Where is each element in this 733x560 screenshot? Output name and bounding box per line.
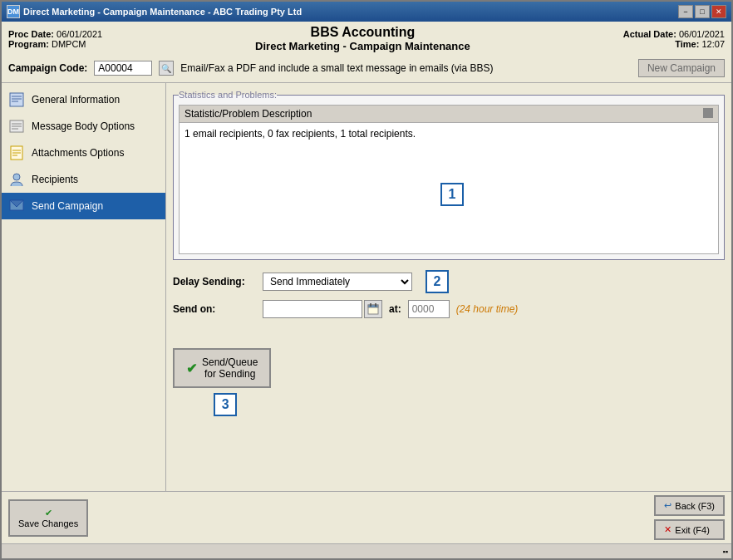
exit-label: Exit (F4) [675,525,710,535]
recipients-icon [8,171,25,188]
main-area: General Information Message Body Options [2,83,731,491]
app-subtitle: Direct Marketing - Campaign Maintenance [102,40,623,52]
badge-3-area: 3 [207,393,237,416]
sidebar-item-label-general: General Information [32,94,120,106]
save-changes-label: Save Changes [18,518,78,528]
title-bar-controls: − □ ✕ [678,5,726,18]
sidebar-item-attachments-options[interactable]: Attachments Options [2,140,165,166]
app-icon: DM [7,5,20,18]
general-info-icon [8,91,25,108]
campaign-row: Campaign Code: 🔍 Email/Fax a PDF and inc… [8,57,725,79]
sidebar-item-general-information[interactable]: General Information [2,86,165,113]
sidebar-item-label-message: Message Body Options [32,120,135,132]
maximize-button[interactable]: □ [695,5,710,18]
proc-date-label: Proc Date: [8,29,54,39]
actual-date-label: Actual Date: [623,29,676,39]
sidebar: General Information Message Body Options [2,83,166,491]
actual-date-group: Actual Date: 06/01/2021 Time: 12:07 [623,29,725,49]
bottom-left: ✔ Save Changes [8,499,88,537]
svg-rect-0 [10,93,23,106]
sending-section: Delay Sending: Send Immediately Delay to… [173,267,725,416]
send-queue-label: Send/Queuefor Sending [202,356,258,380]
back-button[interactable]: ↩ Back (F3) [654,495,725,516]
send-on-label: Send on: [173,303,256,315]
header: Proc Date: 06/01/2021 Program: DMPCM BBS… [2,22,731,83]
campaign-code-input[interactable] [94,61,152,76]
back-label: Back (F3) [675,501,715,511]
close-button[interactable]: ✕ [711,5,726,18]
new-campaign-button[interactable]: New Campaign [638,59,725,77]
minimize-button[interactable]: − [678,5,693,18]
time-input[interactable] [408,300,450,318]
exit-icon: ✕ [664,524,672,535]
delay-sending-select[interactable]: Send Immediately Delay to Date/Time [263,273,412,291]
app-title-block: BBS Accounting Direct Marketing - Campai… [102,25,623,52]
header-dates: Proc Date: 06/01/2021 Program: DMPCM [8,29,102,49]
calendar-button[interactable] [364,300,382,318]
stats-fieldset: Statistics and Problems: Statistic/Probl… [173,90,725,260]
scroll-indicator: ▪▪ [723,548,728,556]
stats-header-text: Statistic/Problem Description [184,108,312,120]
app-title: BBS Accounting [102,25,623,40]
sidebar-item-label-send: Send Campaign [32,200,103,212]
calendar-icon [367,303,379,315]
send-campaign-icon [8,198,25,214]
header-top: Proc Date: 06/01/2021 Program: DMPCM BBS… [8,25,725,52]
bottom-bar: ✔ Save Changes ↩ Back (F3) ✕ Exit (F4) [2,491,731,543]
send-queue-button[interactable]: ✔ Send/Queuefor Sending [173,348,271,388]
sidebar-item-label-recipients: Recipients [32,174,78,185]
status-bar: ▪▪ [2,543,731,558]
time-value: 12:07 [701,39,725,49]
badge-2: 2 [426,270,449,293]
svg-point-12 [13,174,20,180]
time-label: Time: [675,39,699,49]
svg-rect-16 [368,305,378,307]
stats-content: 1 email recipients, 0 fax recipients, 1 … [180,123,718,145]
title-bar: DM Direct Marketing - Campaign Maintenan… [2,2,731,22]
campaign-search-button[interactable]: 🔍 [159,61,174,76]
save-check-icon: ✔ [45,508,52,518]
campaign-code-label: Campaign Code: [8,62,87,74]
title-bar-left: DM Direct Marketing - Campaign Maintenan… [7,5,302,18]
checkmark-icon: ✔ [186,361,197,376]
main-window: DM Direct Marketing - Campaign Maintenan… [0,0,733,560]
sidebar-item-recipients[interactable]: Recipients [2,166,165,193]
send-on-row: Send on: at: [173,300,725,318]
content-area: Statistics and Problems: Statistic/Probl… [166,83,731,491]
actual-date-value: 06/01/2021 [679,29,725,39]
delay-sending-row: Delay Sending: Send Immediately Delay to… [173,270,725,293]
stats-legend: Statistics and Problems: [179,90,277,100]
at-label: at: [389,303,401,315]
sidebar-item-message-body-options[interactable]: Message Body Options [2,113,165,140]
sidebar-item-label-attachments: Attachments Options [32,147,124,159]
program-label: Program: [8,39,49,49]
stats-box: Statistic/Problem Description 1 email re… [179,105,719,254]
bottom-right: ↩ Back (F3) ✕ Exit (F4) [654,495,725,540]
campaign-description: Email/Fax a PDF and include a small text… [180,62,632,74]
exit-button[interactable]: ✕ Exit (F4) [654,519,725,540]
program-value: DMPCM [52,39,86,49]
window-title: Direct Marketing - Campaign Maintenance … [23,7,302,17]
badge-1: 1 [440,183,464,206]
delay-sending-label: Delay Sending: [173,276,256,287]
sidebar-item-send-campaign[interactable]: Send Campaign [2,193,165,219]
message-body-icon [8,118,25,135]
stats-box-header: Statistic/Problem Description [180,106,718,123]
back-icon: ↩ [664,500,672,511]
date-time-group [263,300,382,318]
proc-date-value: 06/01/2021 [57,29,102,39]
send-on-date-input[interactable] [263,300,362,318]
stats-row-1: 1 email recipients, 0 fax recipients, 1 … [184,128,416,140]
badge-1-area: 1 [180,145,718,244]
save-changes-button[interactable]: ✔ Save Changes [8,499,88,537]
send-queue-wrapper: ✔ Send/Queuefor Sending 3 [173,332,271,416]
attachments-icon [8,145,25,161]
send-queue-area: ✔ Send/Queuefor Sending 3 [173,332,725,416]
scroll-button[interactable] [703,108,713,118]
badge-3: 3 [214,393,237,416]
proc-date-group: Proc Date: 06/01/2021 Program: DMPCM [8,29,102,49]
time-note: (24 hour time) [456,303,519,315]
